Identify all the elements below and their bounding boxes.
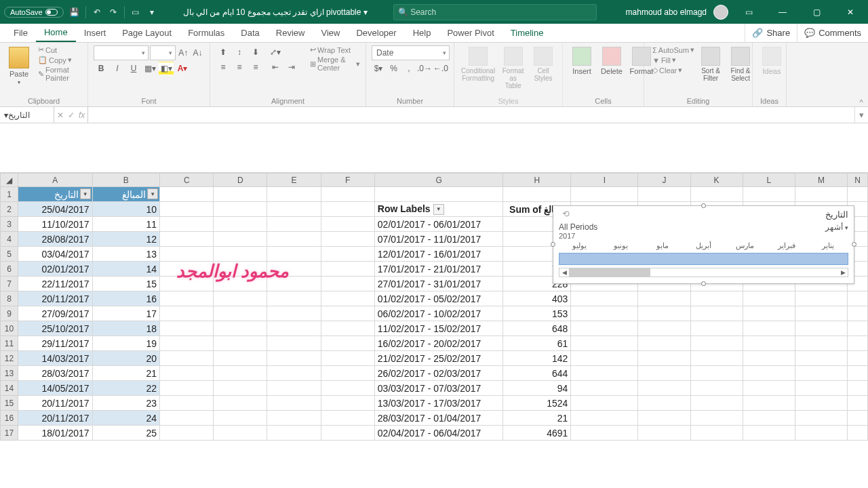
bold-button[interactable]: B xyxy=(94,62,108,75)
cell[interactable] xyxy=(214,217,267,232)
cell[interactable] xyxy=(267,202,321,217)
align-center-button[interactable]: ≡ xyxy=(232,60,247,74)
cell[interactable]: 11/10/2017 xyxy=(18,217,92,232)
cell[interactable] xyxy=(214,351,267,366)
cell[interactable] xyxy=(571,381,638,396)
timeline-slicer[interactable]: التاريخ ⟲ All Periods أشهر 2017 ينايرفبر… xyxy=(553,205,854,284)
cell[interactable]: 26/02/2017 - 02/03/2017 xyxy=(374,366,503,381)
minimize-button[interactable]: — xyxy=(769,2,796,22)
pivot-dropdown-icon[interactable]: ▼ xyxy=(433,204,444,215)
col-header-K[interactable]: K xyxy=(690,174,743,187)
cell[interactable]: 17/01/2017 - 21/01/2017 xyxy=(374,262,503,277)
cell[interactable]: 02/04/2017 - 06/04/2017 xyxy=(374,426,503,441)
col-header-D[interactable]: D xyxy=(214,174,267,187)
paste-button[interactable]: Paste▾ xyxy=(5,45,33,87)
cell[interactable] xyxy=(160,291,214,306)
tab-developer[interactable]: Developer xyxy=(348,24,404,42)
cell[interactable] xyxy=(214,262,267,277)
cell[interactable] xyxy=(638,411,690,426)
cell[interactable] xyxy=(160,262,214,277)
cell[interactable]: 142 xyxy=(503,351,571,366)
cell[interactable] xyxy=(690,306,743,321)
merge-center-button[interactable]: ⊞ Merge & Center ▾ xyxy=(307,56,360,72)
cell[interactable] xyxy=(214,321,267,336)
document-title[interactable]: ازاي تقدر تجيب مجموع 10 ايام من الي بال … xyxy=(183,7,368,17)
cell[interactable]: 25/10/2017 xyxy=(18,321,92,336)
cell[interactable] xyxy=(267,336,321,351)
cell[interactable] xyxy=(795,336,847,351)
cell[interactable]: 20/11/2017 xyxy=(18,396,92,411)
cell[interactable] xyxy=(638,351,690,366)
cell[interactable]: 15 xyxy=(92,277,160,291)
cell[interactable] xyxy=(321,232,374,247)
cell[interactable] xyxy=(795,396,847,411)
row-header[interactable]: 5 xyxy=(1,247,18,262)
name-box[interactable]: التاريخ ▾ xyxy=(0,107,54,123)
cell[interactable] xyxy=(214,232,267,247)
currency-button[interactable]: $▾ xyxy=(372,62,385,75)
slicer-month[interactable]: يوليو xyxy=(559,241,600,250)
col-header-B[interactable]: B xyxy=(92,174,160,187)
slicer-month[interactable]: فبراير xyxy=(766,241,807,250)
cell[interactable]: 28/08/2017 xyxy=(18,232,92,247)
cell[interactable] xyxy=(160,232,214,247)
cell[interactable]: 61 xyxy=(503,336,571,351)
font-color-button[interactable]: A▾ xyxy=(175,62,190,75)
cell[interactable] xyxy=(795,426,847,441)
cell[interactable]: 644 xyxy=(503,366,571,381)
slicer-month[interactable]: مايو xyxy=(642,241,683,250)
cell[interactable] xyxy=(321,411,374,426)
cell-styles-button[interactable]: Cell Styles xyxy=(530,45,557,83)
underline-button[interactable]: U xyxy=(126,62,141,75)
cell[interactable]: 03/04/2017 xyxy=(18,247,92,262)
touch-icon[interactable]: ▭ xyxy=(130,7,141,18)
cell[interactable] xyxy=(848,366,868,381)
row-header[interactable]: 12 xyxy=(1,351,18,366)
cell[interactable]: Row Labels▼ xyxy=(374,202,503,217)
expand-formula-bar-button[interactable]: ▾ xyxy=(854,107,868,123)
filter-dropdown-icon[interactable]: ▼ xyxy=(80,188,91,199)
row-header[interactable]: 14 xyxy=(1,381,18,396)
row-header[interactable]: 1 xyxy=(1,187,18,202)
col-header-M[interactable]: M xyxy=(795,174,847,187)
dec-decimal-button[interactable]: ←.0 xyxy=(433,62,448,75)
align-left-button[interactable]: ≡ xyxy=(216,60,231,74)
align-right-button[interactable]: ≡ xyxy=(248,60,263,74)
cell[interactable]: 10 xyxy=(92,202,160,217)
cell[interactable] xyxy=(267,291,321,306)
cell[interactable]: 18/01/2017 xyxy=(18,426,92,441)
cell[interactable]: 03/03/2017 - 07/03/2017 xyxy=(374,381,503,396)
cell[interactable]: 12 xyxy=(92,232,160,247)
border-button[interactable]: ▦▾ xyxy=(142,62,157,75)
cell[interactable] xyxy=(160,396,214,411)
cell[interactable] xyxy=(267,366,321,381)
cell[interactable] xyxy=(743,351,795,366)
cell[interactable] xyxy=(160,306,214,321)
cell[interactable]: 28/03/2017 xyxy=(18,366,92,381)
cell[interactable] xyxy=(571,351,638,366)
align-top-button[interactable]: ⬆ xyxy=(216,45,231,59)
col-header-G[interactable]: G xyxy=(374,174,503,187)
user-name[interactable]: mahmoud abo elmagd xyxy=(626,7,707,17)
cell[interactable]: 13/03/2017 - 17/03/2017 xyxy=(374,396,503,411)
cell[interactable]: 4691 xyxy=(503,426,571,441)
cell[interactable]: 02/01/2017 xyxy=(18,262,92,277)
cell[interactable]: 07/01/2017 - 11/01/2017 xyxy=(374,232,503,247)
tab-powerpivot[interactable]: Power Pivot xyxy=(439,24,502,42)
col-header-J[interactable]: J xyxy=(638,174,690,187)
cell[interactable] xyxy=(214,202,267,217)
cell[interactable]: 21/02/2017 - 25/02/2017 xyxy=(374,351,503,366)
row-header[interactable]: 4 xyxy=(1,232,18,247)
cell[interactable]: 27/01/2017 - 31/01/2017 xyxy=(374,277,503,291)
cell[interactable] xyxy=(795,381,847,396)
cell[interactable] xyxy=(848,396,868,411)
cell[interactable] xyxy=(848,306,868,321)
cell[interactable]: 648 xyxy=(503,321,571,336)
cell[interactable] xyxy=(321,366,374,381)
cell[interactable] xyxy=(638,366,690,381)
row-header[interactable]: 3 xyxy=(1,217,18,232)
tab-formulas[interactable]: Formulas xyxy=(180,24,233,42)
cell[interactable] xyxy=(690,321,743,336)
cell[interactable] xyxy=(743,321,795,336)
cell[interactable] xyxy=(638,396,690,411)
